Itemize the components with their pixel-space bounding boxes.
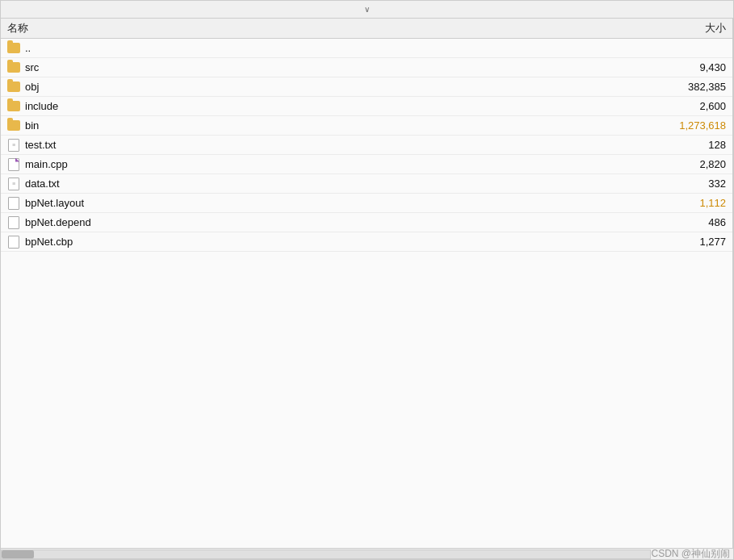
file-name: bin [25,119,39,132]
list-item[interactable]: main.cpp 2,820 [1,155,732,174]
h-scrollbar[interactable] [1,550,651,559]
file-size: 2,820 [653,158,726,170]
folder-icon [7,100,20,113]
file-name-cell: main.cpp [7,158,653,171]
file-rows: .. src 9,430 obj 382,385 include 2,600 b… [1,39,732,252]
file-name-cell: bpNet.depend [7,216,653,229]
file-icon [7,197,20,210]
list-item[interactable]: .. [1,39,732,58]
list-item[interactable]: include 2,600 [1,97,732,116]
watermark: CSDN @神仙别闹 [651,547,733,560]
file-name: bpNet.cbp [25,236,73,248]
list-item[interactable]: bin 1,273,618 [1,116,732,136]
file-name-cell: include [7,100,653,113]
file-name: src [25,61,39,73]
txt-file-icon [7,139,20,152]
file-name-cell: test.txt [7,139,653,152]
file-size: 1,277 [653,236,726,248]
list-item[interactable]: bpNet.layout 1,112 [1,194,732,213]
file-name: .. [25,42,31,54]
file-name: bpNet.layout [25,197,84,209]
file-list-container: 名称 大小 .. src 9,430 obj 382,385 include 2… [1,19,733,548]
col-name-header: 名称 [7,21,653,36]
file-name-cell: src [7,61,653,74]
file-name: data.txt [25,178,60,190]
file-name: include [25,100,58,112]
header-bar: ∨ [1,1,733,19]
file-name: main.cpp [25,158,68,170]
file-manager: ∨ 名称 大小 .. src 9,430 obj 382,385 [0,0,734,560]
list-item[interactable]: data.txt 332 [1,174,732,194]
folder-icon [7,81,20,94]
txt-file-icon [7,178,20,190]
file-icon [7,216,20,229]
list-item[interactable]: test.txt 128 [1,136,732,155]
file-name-cell: .. [7,42,653,55]
file-size: 128 [653,139,726,151]
file-size: 382,385 [653,81,726,93]
col-size-header: 大小 [653,21,726,36]
file-size: 486 [653,216,726,228]
cpp-file-icon [7,158,20,171]
file-name: bpNet.depend [25,216,91,228]
file-icon [7,236,20,249]
folder-icon [7,61,20,74]
column-header: 名称 大小 [1,19,732,39]
chevron-icon: ∨ [364,5,370,14]
folder-icon [7,119,20,132]
content-area: 名称 大小 .. src 9,430 obj 382,385 include 2… [1,19,733,548]
file-name-cell: bpNet.cbp [7,236,653,249]
h-scrollbar-thumb[interactable] [2,550,34,558]
folder-icon [7,42,20,55]
file-name-cell: data.txt [7,178,653,190]
file-size: 1,112 [653,197,726,209]
file-name: test.txt [25,139,56,151]
file-size: 9,430 [653,61,726,73]
file-size: 1,273,618 [653,119,726,132]
file-name-cell: bin [7,119,653,132]
file-name-cell: bpNet.layout [7,197,653,210]
file-size: 2,600 [653,100,726,112]
list-item[interactable]: obj 382,385 [1,77,732,97]
file-name: obj [25,81,39,93]
list-item[interactable]: src 9,430 [1,58,732,77]
scrollbar-area[interactable]: CSDN @神仙别闹 [1,548,733,559]
file-name-cell: obj [7,81,653,94]
file-size: 332 [653,178,726,190]
list-item[interactable]: bpNet.cbp 1,277 [1,232,732,252]
list-item[interactable]: bpNet.depend 486 [1,213,732,232]
